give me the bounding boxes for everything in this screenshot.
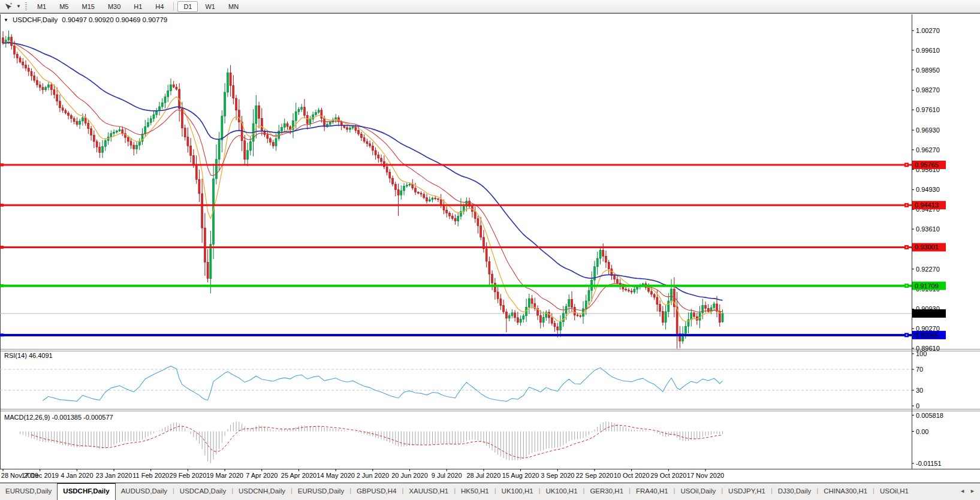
- candle-body: [25, 65, 27, 68]
- candle-body: [409, 184, 411, 185]
- chart-tab-usdchf-daily[interactable]: USDCHF,Daily: [57, 483, 115, 500]
- candle-body: [585, 301, 587, 309]
- candle-body: [662, 311, 664, 322]
- candle-body: [397, 189, 399, 195]
- hline-left-handle[interactable]: [1, 284, 4, 287]
- candle-body: [36, 80, 38, 85]
- candle-body: [489, 261, 490, 274]
- candle-body: [435, 198, 436, 198]
- candle-body: [261, 118, 263, 131]
- candle-body: [438, 199, 439, 200]
- price-chart-svg[interactable]: 1.002700.996100.989500.982700.976100.969…: [0, 0, 980, 500]
- price-tag-text: 0.95765: [915, 161, 939, 168]
- candle-body: [539, 315, 541, 323]
- candle-body: [227, 73, 228, 92]
- candle-body: [59, 101, 61, 108]
- timeframe-button-m15[interactable]: M15: [76, 1, 100, 12]
- candle-body: [301, 107, 303, 110]
- candle-body: [648, 288, 650, 292]
- macd-axis-label: -0.01151: [916, 460, 942, 467]
- chart-tab-usdcad-daily[interactable]: USDCAD,Daily: [174, 483, 231, 500]
- candle-body: [634, 290, 635, 293]
- candle-body: [349, 128, 351, 130]
- candle-body: [119, 129, 120, 131]
- candle-body: [602, 250, 604, 256]
- toolbar-separator: [173, 2, 174, 11]
- hline-left-handle[interactable]: [1, 246, 4, 249]
- chart-tab-usdjpy-h1[interactable]: USDJPY,H1: [723, 483, 771, 500]
- toolbar-grip[interactable]: [25, 2, 27, 11]
- candle-body: [574, 308, 575, 315]
- candle-body: [230, 73, 231, 86]
- chart-tab-china300-h1[interactable]: CHINA300,H1: [818, 483, 873, 500]
- candle-body: [96, 141, 98, 147]
- candle-body: [8, 37, 10, 40]
- chart-tab-usdcnh-daily[interactable]: USDCNH,Daily: [233, 483, 291, 500]
- macd-axis-label: 0.005818: [916, 412, 943, 419]
- chart-tab-audusd-daily[interactable]: AUDUSD,Daily: [116, 483, 173, 500]
- candle-body: [415, 188, 417, 192]
- chart-tab-usoil-h1[interactable]: USOil,H1: [875, 483, 914, 500]
- candle-body: [614, 276, 616, 279]
- candle-body: [122, 129, 123, 134]
- chart-tab-hk50-h1[interactable]: HK50,H1: [456, 483, 494, 500]
- date-axis-label: 4 Jan 2020: [61, 472, 93, 479]
- candle-body: [423, 194, 425, 198]
- timeframe-button-d1[interactable]: D1: [177, 1, 198, 12]
- candle-body: [392, 178, 394, 184]
- chart-tab-eurusd-daily[interactable]: EURUSD,Daily: [0, 483, 57, 500]
- candle-body: [560, 322, 562, 330]
- candle-body: [68, 113, 70, 115]
- chart-tab-eurusd-daily[interactable]: EURUSD,Daily: [293, 483, 349, 500]
- rsi-axis-label: 30: [916, 387, 923, 394]
- candle-body: [508, 315, 510, 318]
- timeframe-button-m1[interactable]: M1: [31, 1, 52, 12]
- tool-dropdown-caret-icon[interactable]: ▼: [14, 4, 23, 9]
- candle-body: [474, 212, 476, 219]
- timeframe-button-w1[interactable]: W1: [199, 1, 221, 12]
- timeframe-button-m5[interactable]: M5: [53, 1, 74, 12]
- candle-body: [22, 62, 24, 65]
- candle-body: [551, 318, 553, 323]
- ma-slow-blue: [3, 43, 723, 300]
- candle-body: [628, 290, 629, 291]
- chart-tab-usoil-daily[interactable]: USOil,Daily: [675, 483, 721, 500]
- candle-body: [170, 85, 172, 91]
- hline-left-handle[interactable]: [1, 204, 4, 207]
- cursor-tool-icon[interactable]: [2, 2, 14, 11]
- candle-body: [99, 147, 101, 152]
- candle-body: [218, 140, 220, 159]
- chart-tab-uk100-h1[interactable]: UK100,H1: [541, 483, 583, 500]
- candle-body: [204, 228, 206, 262]
- chart-tab-dj30-daily[interactable]: DJ30,Daily: [773, 483, 817, 500]
- hline-left-handle[interactable]: [1, 333, 4, 336]
- rsi-line: [43, 366, 722, 402]
- horizontal-price-lines[interactable]: [0, 162, 912, 337]
- chart-tab-uk100-h1[interactable]: UK100,H1: [496, 483, 539, 500]
- timeframe-button-h1[interactable]: H1: [128, 1, 148, 12]
- candle-body: [486, 249, 487, 261]
- timeframe-button-mn[interactable]: MN: [222, 1, 245, 12]
- candle-body: [133, 145, 135, 149]
- candle-body: [247, 150, 249, 159]
- candle-body: [685, 326, 686, 333]
- candle-body: [580, 316, 581, 317]
- chart-tab-ger30-h1[interactable]: GER30,H1: [584, 483, 629, 500]
- candle-body: [329, 122, 331, 125]
- tabs-scroll-left-icon[interactable]: ◄: [960, 488, 965, 500]
- candle-body: [494, 283, 496, 292]
- timeframe-button-h4[interactable]: H4: [149, 1, 170, 12]
- candle-body: [91, 129, 92, 135]
- candle-body: [520, 319, 521, 323]
- candle-body: [318, 110, 319, 113]
- candle-body: [386, 167, 388, 172]
- chart-tabs: EURUSD,DailyUSDCHF,DailyAUDUSD,Daily|USD…: [0, 483, 914, 500]
- timeframe-button-m30[interactable]: M30: [102, 1, 126, 12]
- tabs-scroll-right-icon[interactable]: ►: [970, 488, 975, 500]
- date-axis-label: 23 Jan 2020: [96, 472, 132, 479]
- chart-tab-gbpusd-h4[interactable]: GBPUSD,H4: [351, 483, 402, 500]
- chart-tab-fra40-h1[interactable]: FRA40,H1: [631, 483, 674, 500]
- chart-tab-xauusd-h1[interactable]: XAUUSD,H1: [403, 483, 454, 500]
- date-axis-label: 22 Sep 2020: [576, 472, 613, 479]
- hline-left-handle[interactable]: [1, 163, 4, 166]
